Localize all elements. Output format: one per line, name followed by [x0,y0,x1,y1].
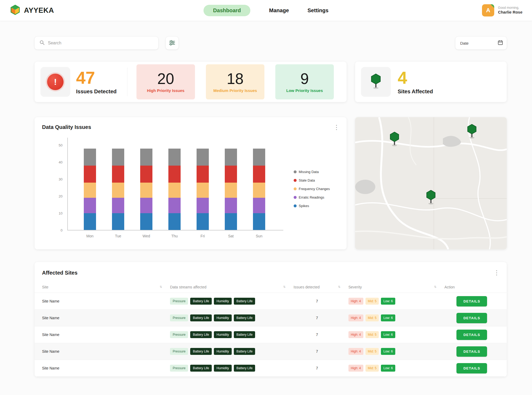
date-picker[interactable]: Date [455,37,507,49]
column-header-data-streams-affected[interactable]: Data streams affected⇅ [170,285,293,289]
site-name: Site Name [42,299,170,303]
sort-icon[interactable]: ⇅ [160,285,162,289]
column-header-severity[interactable]: Severity⇅ [348,285,444,289]
action-cell: DETAILS [444,346,499,357]
column-headers-row: Site⇅Data streams affected⇅Issues detect… [35,281,507,293]
toolbar: Date [35,37,507,49]
severity-badge: High: 4 [348,314,363,321]
sites-affected-value: 4 [398,69,433,86]
segment-frequency-changes [112,183,124,198]
nav-tab-dashboard[interactable]: Dashboard [203,5,250,16]
severity-badge: Low: 6 [381,298,395,305]
logo-hexagon-icon [10,4,21,16]
severity-badge: Mid: 5 [365,331,379,338]
data-quality-chart-card: Data Quality Issues ⋮ 01020304050 MonTue… [35,117,347,249]
details-button[interactable]: DETAILS [456,346,487,357]
avatar[interactable]: A [482,4,494,16]
nav-tab-settings[interactable]: Settings [307,7,329,14]
search-input[interactable] [48,41,153,45]
greeting-text: Good morning, [498,6,522,10]
sort-icon[interactable]: ⇅ [338,285,340,289]
severity-badge: Mid: 5 [365,348,379,355]
segment-missing-data [84,149,96,166]
segment-spikes [168,213,181,230]
segment-erratic-readings [197,198,209,213]
data-streams-cell: PressureBattery LifeHumidityBattery Life [170,298,293,305]
severity-badge: Low: 6 [381,365,395,372]
stream-badge: Humidity [214,348,232,355]
x-label: Sat [225,234,237,238]
column-header-site[interactable]: Site⇅ [42,285,170,289]
site-name: Site Name [42,366,170,370]
details-button[interactable]: DETAILS [456,363,487,373]
high-priority-card: 20 High Priority Issues [136,64,195,99]
legend-item: Frequency Changes [294,187,330,191]
sort-icon[interactable]: ⇅ [283,285,285,289]
column-header-issues-detected[interactable]: Issues detected⇅ [293,285,348,289]
action-cell: DETAILS [444,330,499,340]
x-axis-line [67,230,283,230]
medium-priority-label: Medium Priority Issues [213,88,257,93]
severity-badge: High: 4 [348,348,363,355]
x-axis-labels: MonTueWedThuFriSatSun [67,234,265,238]
segment-frequency-changes [84,183,96,198]
segment-spikes [84,213,96,230]
column-label: Severity [348,285,362,289]
segment-stale-data [253,166,265,183]
map-pin-icon[interactable] [426,190,436,206]
map-pin-icon[interactable] [390,132,399,148]
segment-missing-data [168,149,181,166]
table-row: Site NamePressureBattery LifeHumidityBat… [35,343,507,360]
affected-sites-card: Affected Sites ⋮ Site⇅Data streams affec… [35,262,507,377]
bar-tue [112,149,124,230]
map-pin-icon[interactable] [467,124,477,140]
issues-detected-cell: 7 [293,333,348,337]
nav-tab-manage[interactable]: Manage [269,7,289,14]
issues-summary-card: ! 47 Issues Detected 20 High Priority Is… [35,62,347,102]
table-row: Site NamePressureBattery LifeHumidityBat… [35,310,507,326]
stats-row: ! 47 Issues Detected 20 High Priority Is… [35,62,507,102]
column-label: Site [42,285,48,289]
greeting: Good morning, Charlie Rose [498,6,522,15]
kebab-menu-icon[interactable]: ⋮ [333,124,340,131]
map-pin-icon [371,74,381,90]
segment-missing-data [112,149,124,166]
stream-badge: Battery Life [190,314,212,321]
bars [67,149,283,230]
site-name: Site Name [42,349,170,354]
severity-badge: Low: 6 [381,331,395,338]
sites-map[interactable] [355,117,507,249]
severity-badge: High: 4 [348,298,363,305]
x-label: Sun [253,234,265,238]
segment-spikes [197,213,209,230]
segment-missing-data [140,149,152,166]
details-button[interactable]: DETAILS [456,313,487,323]
legend-item: Stale Data [294,178,330,182]
segment-stale-data [197,166,209,183]
table-body: Site NamePressureBattery LifeHumidityBat… [35,293,507,377]
stream-badge: Battery Life [234,298,255,305]
severity-cell: High: 4Mid: 5Low: 6 [348,331,444,338]
kebab-menu-icon[interactable]: ⋮ [493,270,500,276]
divider [127,68,127,96]
segment-stale-data [112,166,124,183]
middle-row: Data Quality Issues ⋮ 01020304050 MonTue… [35,117,507,249]
stream-badge: Pressure [170,298,188,305]
stream-badge: Humidity [214,365,232,372]
stream-badge: Battery Life [190,365,212,372]
high-priority-label: High Priority Issues [147,88,185,93]
sort-icon[interactable]: ⇅ [434,285,436,289]
stream-badge: Pressure [170,314,188,321]
chart-header: Data Quality Issues ⋮ [35,117,347,131]
issues-detected-label: Issues Detected [76,89,126,95]
segment-spikes [225,213,237,230]
severity-badge: Mid: 5 [365,365,379,372]
legend-dot-icon [294,179,297,182]
segment-frequency-changes [197,183,209,198]
details-button[interactable]: DETAILS [456,296,487,306]
stream-badge: Humidity [214,298,232,305]
details-button[interactable]: DETAILS [456,330,487,340]
y-tick: 30 [59,177,63,181]
segment-erratic-readings [253,198,265,213]
filter-button[interactable] [166,37,178,49]
